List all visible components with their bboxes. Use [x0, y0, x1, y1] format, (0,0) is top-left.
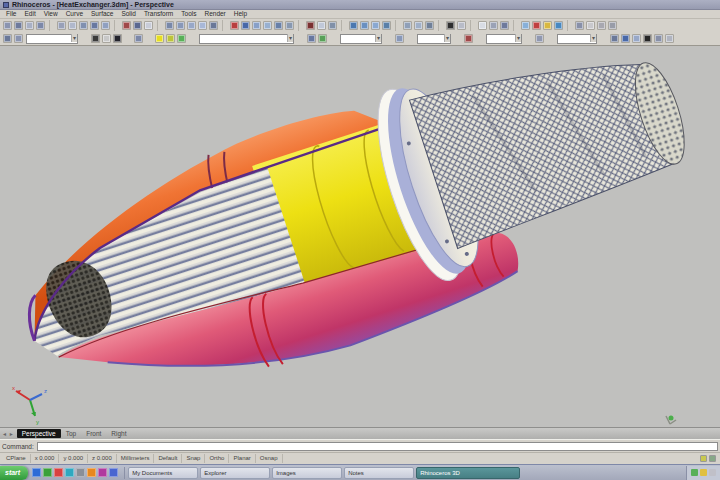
quick-launch-icon[interactable]: [109, 468, 118, 477]
toolbar-button-icon[interactable]: [306, 21, 315, 30]
toolbar-button-icon[interactable]: [165, 21, 174, 30]
toolbar-dropdown[interactable]: [557, 34, 597, 44]
toolbar-button-icon[interactable]: [632, 34, 641, 43]
toolbar-button-icon[interactable]: [395, 34, 404, 43]
toolbar-button-icon[interactable]: [328, 21, 337, 30]
toolbar-button-icon[interactable]: [101, 21, 110, 30]
toolbar-dropdown[interactable]: [26, 34, 78, 44]
toolbar-button-icon[interactable]: [665, 34, 674, 43]
quick-launch-icon[interactable]: [32, 468, 41, 477]
toolbar-button-icon[interactable]: [586, 21, 595, 30]
viewport-tab-perspective[interactable]: Perspective: [17, 429, 61, 438]
menu-transform[interactable]: Transform: [140, 10, 177, 18]
toolbar-button-icon[interactable]: [144, 21, 153, 30]
viewport-tab-right[interactable]: Right: [106, 429, 131, 438]
toolbar-dropdown[interactable]: [417, 34, 451, 44]
toolbar-button-icon[interactable]: [500, 21, 509, 30]
toolbar-button-icon[interactable]: [425, 21, 434, 30]
quick-launch-icon[interactable]: [98, 468, 107, 477]
toolbar-button-icon[interactable]: [91, 34, 100, 43]
menu-surface[interactable]: Surface: [87, 10, 117, 18]
toolbar-button-icon[interactable]: [263, 21, 272, 30]
toolbar-button-icon[interactable]: [14, 21, 23, 30]
viewport-tab-top[interactable]: Top: [61, 429, 81, 438]
toolbar-button-icon[interactable]: [610, 34, 619, 43]
task-button[interactable]: My Documents: [128, 467, 198, 479]
toolbar-button-icon[interactable]: [349, 21, 358, 30]
toolbar-button-icon[interactable]: [360, 21, 369, 30]
toolbar-button-icon[interactable]: [90, 21, 99, 30]
toolbar-button-icon[interactable]: [57, 21, 66, 30]
task-button[interactable]: Images: [272, 467, 342, 479]
command-input[interactable]: [37, 442, 718, 451]
toolbar-button-icon[interactable]: [133, 21, 142, 30]
task-button[interactable]: Rhinoceros 3D: [416, 467, 520, 479]
toolbar-button-icon[interactable]: [274, 21, 283, 30]
status-field[interactable]: Ortho: [205, 454, 229, 463]
toolbar-button-icon[interactable]: [575, 21, 584, 30]
menu-curve[interactable]: Curve: [62, 10, 87, 18]
status-field[interactable]: Snap: [182, 454, 205, 463]
toolbar-button-icon[interactable]: [230, 21, 239, 30]
toolbar-button-icon[interactable]: [122, 21, 131, 30]
status-field[interactable]: CPlane: [2, 454, 31, 463]
toolbar-button-icon[interactable]: [25, 21, 34, 30]
toolbar-dropdown[interactable]: [486, 34, 522, 44]
toolbar-button-icon[interactable]: [654, 34, 663, 43]
menu-help[interactable]: Help: [230, 10, 251, 18]
status-field[interactable]: z 0.000: [88, 454, 117, 463]
quick-launch-icon[interactable]: [76, 468, 85, 477]
toolbar-button-icon[interactable]: [14, 34, 23, 43]
status-icon[interactable]: [700, 455, 707, 462]
toolbar-button-icon[interactable]: [198, 21, 207, 30]
toolbar-button-icon[interactable]: [489, 21, 498, 30]
toolbar-button-icon[interactable]: [134, 34, 143, 43]
toolbar-button-icon[interactable]: [532, 21, 541, 30]
status-field[interactable]: Osnap: [256, 454, 283, 463]
toolbar-button-icon[interactable]: [478, 21, 487, 30]
status-field[interactable]: Planar: [229, 454, 255, 463]
status-field[interactable]: Millimeters: [117, 454, 155, 463]
status-field[interactable]: Default: [154, 454, 182, 463]
toolbar-button-icon[interactable]: [521, 21, 530, 30]
viewport-tab-front[interactable]: Front: [81, 429, 106, 438]
toolbar-button-icon[interactable]: [3, 21, 12, 30]
toolbar-button-icon[interactable]: [176, 21, 185, 30]
status-field[interactable]: y 0.000: [59, 454, 88, 463]
toolbar-button-icon[interactable]: [307, 34, 316, 43]
menu-render[interactable]: Render: [200, 10, 229, 18]
toolbar-button-icon[interactable]: [241, 21, 250, 30]
toolbar-button-icon[interactable]: [554, 21, 563, 30]
toolbar-button-icon[interactable]: [371, 21, 380, 30]
toolbar-button-icon[interactable]: [608, 21, 617, 30]
toolbar-button-icon[interactable]: [209, 21, 218, 30]
quick-launch-icon[interactable]: [54, 468, 63, 477]
toolbar-button-icon[interactable]: [382, 21, 391, 30]
toolbar-dropdown[interactable]: [199, 34, 294, 44]
menu-file[interactable]: File: [2, 10, 20, 18]
toolbar-button-icon[interactable]: [3, 34, 12, 43]
toolbar-button-icon[interactable]: [113, 34, 122, 43]
toolbar-button-icon[interactable]: [535, 34, 544, 43]
toolbar-button-icon[interactable]: [457, 21, 466, 30]
toolbar-button-icon[interactable]: [155, 34, 164, 43]
toolbar-button-icon[interactable]: [79, 21, 88, 30]
toolbar-button-icon[interactable]: [317, 21, 326, 30]
toolbar-button-icon[interactable]: [252, 21, 261, 30]
tray-icon[interactable]: [691, 469, 698, 476]
toolbar-button-icon[interactable]: [285, 21, 294, 30]
menu-edit[interactable]: Edit: [20, 10, 39, 18]
status-icon[interactable]: [709, 455, 716, 462]
toolbar-button-icon[interactable]: [102, 34, 111, 43]
quick-launch-icon[interactable]: [65, 468, 74, 477]
tray-icon[interactable]: [700, 469, 707, 476]
toolbar-button-icon[interactable]: [414, 21, 423, 30]
toolbar-button-icon[interactable]: [446, 21, 455, 30]
quick-launch-icon[interactable]: [43, 468, 52, 477]
start-button[interactable]: start: [0, 466, 28, 480]
menu-view[interactable]: View: [40, 10, 62, 18]
menu-tools[interactable]: Tools: [177, 10, 200, 18]
toolbar-button-icon[interactable]: [643, 34, 652, 43]
toolbar-button-icon[interactable]: [621, 34, 630, 43]
toolbar-button-icon[interactable]: [166, 34, 175, 43]
